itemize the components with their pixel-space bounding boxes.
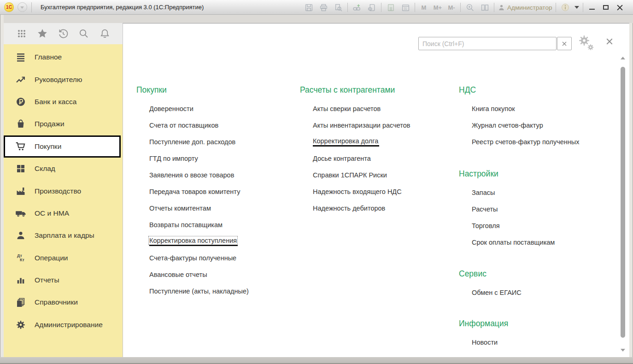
divider (31, 2, 32, 12)
sidebar-item-spravochniki[interactable]: Справочники (4, 291, 123, 313)
menu-link-focus-box: Корректировка поступления (149, 237, 237, 244)
menu-link[interactable]: Акты сверки расчетов (313, 105, 381, 112)
menu-link[interactable]: Заявления о ввозе товаров (149, 171, 234, 179)
minimize-button[interactable] (587, 2, 597, 13)
zoom-button[interactable] (464, 2, 475, 13)
favorites-button[interactable] (36, 28, 48, 40)
star-icon (36, 28, 48, 40)
sidebar-item-proizvodstvo[interactable]: Производство (4, 180, 123, 202)
panel-settings-button[interactable] (577, 35, 596, 52)
person-icon (15, 229, 27, 241)
menu-item: Акты инвентаризации расчетов (300, 117, 457, 134)
menu-link[interactable]: Надежность входящего НДС (313, 188, 402, 195)
menu-link[interactable]: ГТД по импорту (149, 155, 198, 162)
menu-link[interactable]: Журнал счетов-фактур (472, 122, 543, 129)
menu-item: Отчеты комитентам (136, 200, 293, 217)
print-icon (320, 4, 328, 12)
sidebar-item-pokupki[interactable]: Покупки (4, 135, 121, 158)
menu-item: Досье контрагента (300, 150, 457, 167)
vertical-scrollbar[interactable] (620, 54, 626, 352)
search-clear-button[interactable] (557, 37, 572, 50)
menu-link[interactable]: Доверенности (149, 105, 193, 112)
memory-minus-button[interactable]: M- (446, 4, 457, 11)
menu-link-focused[interactable]: Корректировка поступления (149, 237, 238, 246)
calendar-button[interactable]: 31 (400, 2, 411, 13)
menu-item: Надежность дебиторов (300, 200, 457, 217)
scroll-up-icon[interactable] (621, 57, 625, 59)
menu-link[interactable]: Поступление доп. расходов (149, 138, 235, 146)
menu-link[interactable]: Запасы (472, 189, 495, 196)
sidebar-item-zarplata-i-kadry[interactable]: Зарплата и кадры (4, 224, 123, 247)
sidebar-item-prodazhi[interactable]: Продажи (4, 113, 123, 135)
notifications-button[interactable] (99, 28, 111, 40)
link-document-button[interactable] (366, 2, 377, 13)
scroll-down-icon[interactable] (621, 349, 625, 352)
sidebar-toolbar (4, 23, 123, 44)
sidebar-item-administrirovanie[interactable]: Администрирование (4, 314, 123, 336)
menu-link[interactable]: Поступление (акты, накладные) (149, 288, 249, 295)
menu-link[interactable]: Реестр счетов-фактур полученных (472, 138, 580, 146)
menu-link[interactable]: Досье контрагента (313, 155, 371, 162)
sections-menu-button[interactable] (16, 28, 28, 40)
user-icon (498, 4, 505, 11)
close-button[interactable] (615, 2, 625, 13)
title-bar: 1С Бухгалтерия предприятия, редакция 3.0… (0, 0, 633, 15)
search-input[interactable] (418, 37, 557, 50)
menu-link[interactable]: Торговля (472, 222, 500, 229)
info-button[interactable] (560, 2, 571, 13)
menu-link[interactable]: Расчеты (472, 205, 498, 213)
menu-link[interactable]: Срок оплаты поставщикам (472, 239, 555, 246)
gear-icon (15, 319, 27, 331)
sidebar-item-label: Главное (35, 53, 62, 61)
menu-link[interactable]: Счета от поставщиков (149, 122, 218, 129)
print-preview-button[interactable] (333, 2, 344, 13)
sidebar-item-glavnoe[interactable]: Главное (4, 46, 123, 68)
menu-item: Передача товаров комитенту (136, 183, 293, 200)
sidebar-item-bank-i-kassa[interactable]: Банк и касса (4, 91, 123, 113)
menu-link[interactable]: Возвраты поставщикам (149, 221, 223, 229)
panel-close-button[interactable] (606, 38, 615, 47)
memory-recall-button[interactable]: M (419, 4, 429, 11)
sidebar-item-label: Производство (35, 187, 81, 195)
books-icon (15, 296, 27, 308)
menu-link[interactable]: Книга покупок (472, 105, 515, 112)
info-icon (561, 3, 569, 12)
sidebar-item-sklad[interactable]: Склад (4, 158, 123, 180)
barchart-icon (15, 274, 27, 286)
menu-link[interactable]: Передача товаров комитенту (149, 188, 240, 195)
add-link-button[interactable] (352, 2, 363, 13)
divider (583, 3, 583, 12)
group-header-service: Сервис (459, 264, 615, 284)
system-menu-button[interactable] (18, 2, 27, 12)
scrollbar-thumb[interactable] (621, 67, 625, 338)
menu-link[interactable]: Новости (472, 339, 498, 346)
split-view-button[interactable] (479, 2, 490, 13)
sidebar-item-rukovoditelyu[interactable]: Руководителю (4, 68, 123, 90)
menu-link[interactable]: Отчеты комитентам (149, 205, 211, 212)
sidebar-item-otchety[interactable]: Отчеты (4, 269, 123, 291)
maximize-button[interactable] (601, 2, 611, 13)
sidebar-item-os-i-nma[interactable]: ОС и НМА (4, 202, 123, 224)
menu-link[interactable]: Обмен с ЕГАИС (472, 289, 522, 296)
chevron-down-icon[interactable] (574, 6, 579, 9)
menu-item: Доверенности (136, 100, 293, 117)
menu-link[interactable]: Акты инвентаризации расчетов (313, 122, 410, 129)
menu-link[interactable]: Справки 1СПАРК Риски (313, 171, 387, 179)
menu-link[interactable]: Авансовые отчеты (149, 271, 207, 278)
print-preview-icon (334, 4, 342, 12)
calendar-icon: 31 (402, 4, 410, 12)
menu-item: Запасы (459, 184, 615, 201)
menu-link[interactable]: Счета-фактуры полученные (149, 254, 236, 262)
sidebar-item-operacii[interactable]: Дт Кт Операции (4, 247, 123, 269)
calculator-button[interactable] (385, 2, 396, 13)
print-button[interactable] (318, 2, 329, 13)
memory-plus-button[interactable]: M+ (433, 4, 443, 11)
warehouse-icon (15, 163, 27, 175)
history-button[interactable] (57, 28, 69, 40)
user-menu[interactable]: Администратор (498, 4, 552, 11)
search-button[interactable] (78, 28, 90, 40)
menu-link[interactable]: Надежность дебиторов (313, 205, 385, 212)
menu-link-underlined[interactable]: Корректировка долга (313, 137, 379, 147)
save-button[interactable] (303, 2, 314, 13)
sidebar-item-label: Покупки (35, 142, 61, 151)
